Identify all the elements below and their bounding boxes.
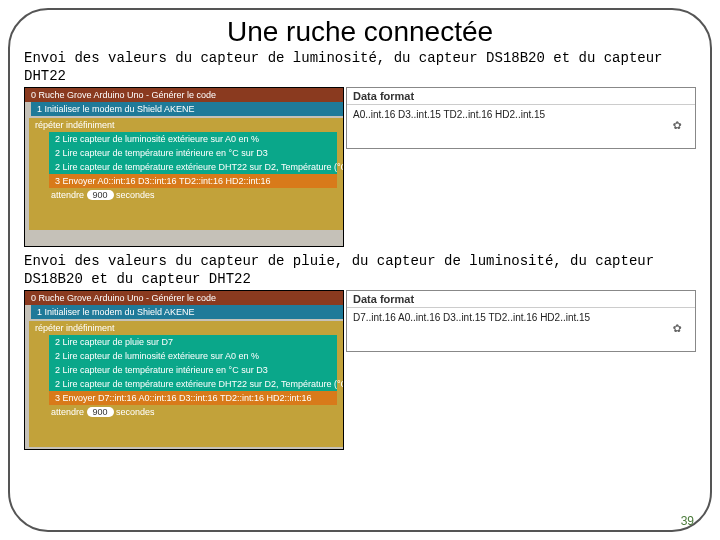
data-format-title: Data format [347, 291, 695, 308]
block-send: 3 Envoyer A0::int:16 D3::int:16 TD2::int… [49, 174, 337, 188]
page-number: 39 [681, 514, 694, 528]
block-read: 2 Lire capteur de température intérieure… [49, 363, 337, 377]
block-send: 3 Envoyer D7::int:16 A0::int:16 D3::int:… [49, 391, 337, 405]
data-format-panel-1: Data format A0..int.16 D3..int.15 TD2..i… [346, 87, 696, 149]
block-header: 0 Ruche Grove Arduino Uno - Générer le c… [25, 88, 343, 102]
block-init: 1 Initialiser le modem du Shield AKENE [31, 102, 343, 116]
data-format-title: Data format [347, 88, 695, 105]
gear-icon[interactable]: ✿ [673, 116, 687, 130]
data-format-panel-2: Data format D7..int.16 A0..int.16 D3..in… [346, 290, 696, 352]
wait-post: secondes [116, 407, 155, 417]
block-code-2: 0 Ruche Grove Arduino Uno - Générer le c… [24, 290, 344, 450]
screenshot-1: 0 Ruche Grove Arduino Uno - Générer le c… [24, 87, 696, 247]
block-read: 2 Lire capteur de température extérieure… [49, 377, 337, 391]
block-read: 2 Lire capteur de luminosité extérieure … [49, 349, 337, 363]
block-wait: attendre 900 secondes [45, 188, 161, 202]
block-read: 2 Lire capteur de pluie sur D7 [49, 335, 337, 349]
wait-pre: attendre [51, 407, 84, 417]
block-repeat: répéter indéfiniment 2 Lire capteur de l… [29, 118, 343, 230]
wait-value: 900 [87, 407, 114, 417]
wait-post: secondes [116, 190, 155, 200]
slide-frame: Une ruche connectée Envoi des valeurs du… [8, 8, 712, 532]
data-format-line: D7..int.16 A0..int.16 D3..int.15 TD2..in… [353, 312, 590, 323]
gear-icon[interactable]: ✿ [673, 319, 687, 333]
block-wait: attendre 900 secondes [45, 405, 161, 419]
data-format-body: A0..int.16 D3..int.15 TD2..int.16 HD2..i… [347, 105, 695, 153]
block-read: 2 Lire capteur de température extérieure… [49, 160, 337, 174]
block-code-1: 0 Ruche Grove Arduino Uno - Générer le c… [24, 87, 344, 247]
wait-value: 900 [87, 190, 114, 200]
data-format-line: A0..int.16 D3..int.15 TD2..int.16 HD2..i… [353, 109, 545, 120]
repeat-label: répéter indéfiniment [35, 120, 115, 130]
block-init: 1 Initialiser le modem du Shield AKENE [31, 305, 343, 319]
repeat-label: répéter indéfiniment [35, 323, 115, 333]
description-1: Envoi des valeurs du capteur de luminosi… [24, 50, 696, 85]
description-2: Envoi des valeurs du capteur de pluie, d… [24, 253, 696, 288]
block-repeat: répéter indéfiniment 2 Lire capteur de p… [29, 321, 343, 447]
wait-pre: attendre [51, 190, 84, 200]
block-read: 2 Lire capteur de température intérieure… [49, 146, 337, 160]
block-read: 2 Lire capteur de luminosité extérieure … [49, 132, 337, 146]
page-title: Une ruche connectée [24, 16, 696, 48]
screenshot-2: 0 Ruche Grove Arduino Uno - Générer le c… [24, 290, 696, 450]
block-header: 0 Ruche Grove Arduino Uno - Générer le c… [25, 291, 343, 305]
data-format-body: D7..int.16 A0..int.16 D3..int.15 TD2..in… [347, 308, 695, 356]
